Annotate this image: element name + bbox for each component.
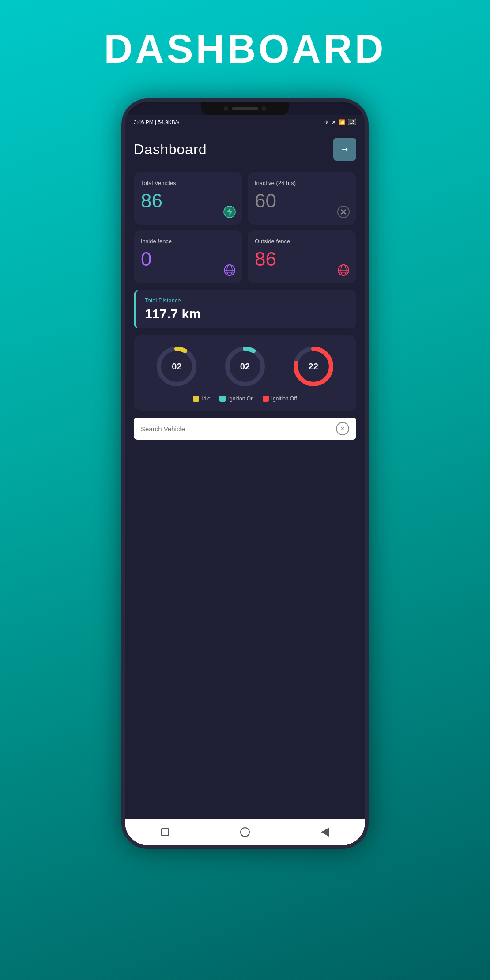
battery-icon: 13 — [348, 119, 356, 125]
phone-shell: 3:46 PM | 54.9KB/s ✈ ✕ 📶 13 Dashboard → … — [121, 98, 369, 849]
legend-row: Idle Ignition On Ignition Off — [143, 396, 347, 402]
nav-back-button[interactable] — [318, 825, 332, 839]
donut-ignition-on-value: 02 — [240, 362, 250, 372]
legend-ignition-off: Ignition Off — [263, 396, 297, 402]
nav-back-icon — [321, 828, 329, 837]
status-bar: 3:46 PM | 54.9KB/s ✈ ✕ 📶 13 — [125, 115, 365, 129]
nav-stop-button[interactable] — [158, 825, 172, 839]
legend-dot-ignition-off — [263, 396, 269, 402]
nav-home-button[interactable] — [238, 825, 252, 839]
search-vehicle-input[interactable] — [141, 425, 332, 433]
signal-icon: ✕ — [332, 119, 336, 125]
donut-ignition-off-wrapper: 22 — [291, 344, 335, 388]
stat-card-total-vehicles[interactable]: Total Vehicles 86 — [134, 172, 242, 225]
stat-card-inactive[interactable]: Inactive (24 hrs) 60 — [248, 172, 356, 225]
stat-value-inside-fence: 0 — [141, 248, 235, 270]
distance-card: Total Distance 117.7 km — [134, 290, 356, 328]
distance-value: 117.7 km — [145, 306, 347, 321]
search-close-button[interactable]: ✕ — [336, 422, 349, 435]
legend-dot-idle — [193, 396, 199, 402]
stats-grid: Total Vehicles 86 Inactive (24 hrs) 60 — [134, 172, 356, 283]
stat-label-inactive: Inactive (24 hrs) — [255, 180, 349, 186]
page-title: DASHBOARD — [104, 26, 386, 72]
legend-label-idle: Idle — [202, 396, 210, 402]
donut-ignition-off: 22 — [291, 344, 335, 388]
legend-label-ignition-off: Ignition Off — [271, 396, 297, 402]
status-icons: ✈ ✕ 📶 13 — [324, 119, 356, 125]
donut-ignition-on-wrapper: 02 — [223, 344, 267, 388]
bolt-icon — [223, 205, 236, 219]
app-content: Dashboard → Total Vehicles 86 Inactive (… — [125, 129, 365, 819]
stat-value-outside-fence: 86 — [255, 248, 349, 270]
donut-ignition-off-value: 22 — [309, 362, 318, 372]
donut-idle-value: 02 — [172, 362, 181, 372]
notch-speaker — [232, 107, 258, 110]
wifi-icon: 📶 — [339, 119, 345, 125]
phone-notch — [201, 102, 289, 115]
globe-purple-icon — [223, 264, 236, 277]
stat-value-inactive: 60 — [255, 190, 349, 212]
globe-red-icon — [337, 264, 350, 277]
donut-idle: 02 — [155, 344, 199, 388]
donut-idle-wrapper: 02 — [155, 344, 199, 388]
location-icon: ✈ — [324, 119, 329, 125]
app-header: Dashboard → — [134, 138, 356, 161]
nav-arrow-button[interactable]: → — [333, 138, 356, 161]
stat-card-inside-fence[interactable]: Inside fence 0 — [134, 230, 242, 283]
stat-card-outside-fence[interactable]: Outside fence 86 — [248, 230, 356, 283]
stat-label-outside-fence: Outside fence — [255, 238, 349, 245]
charts-section: 02 02 — [134, 335, 356, 411]
legend-idle: Idle — [193, 396, 210, 402]
charts-row: 02 02 — [143, 344, 347, 388]
phone-bottom-nav — [125, 819, 365, 845]
legend-dot-ignition-on — [219, 396, 226, 402]
nav-home-icon — [240, 827, 250, 837]
notch-dot-right — [262, 106, 266, 111]
search-section: ✕ — [134, 418, 356, 440]
stat-label-total-vehicles: Total Vehicles — [141, 180, 235, 186]
legend-label-ignition-on: Ignition On — [228, 396, 254, 402]
notch-dot-left — [224, 106, 228, 111]
stat-label-inside-fence: Inside fence — [141, 238, 235, 245]
donut-ignition-on: 02 — [223, 344, 267, 388]
x-circle-icon — [337, 205, 350, 219]
app-header-title: Dashboard — [134, 141, 207, 158]
status-time: 3:46 PM | 54.9KB/s — [134, 119, 179, 125]
legend-ignition-on: Ignition On — [219, 396, 254, 402]
stat-value-total-vehicles: 86 — [141, 190, 235, 212]
nav-stop-icon — [161, 828, 169, 836]
distance-label: Total Distance — [145, 297, 347, 304]
